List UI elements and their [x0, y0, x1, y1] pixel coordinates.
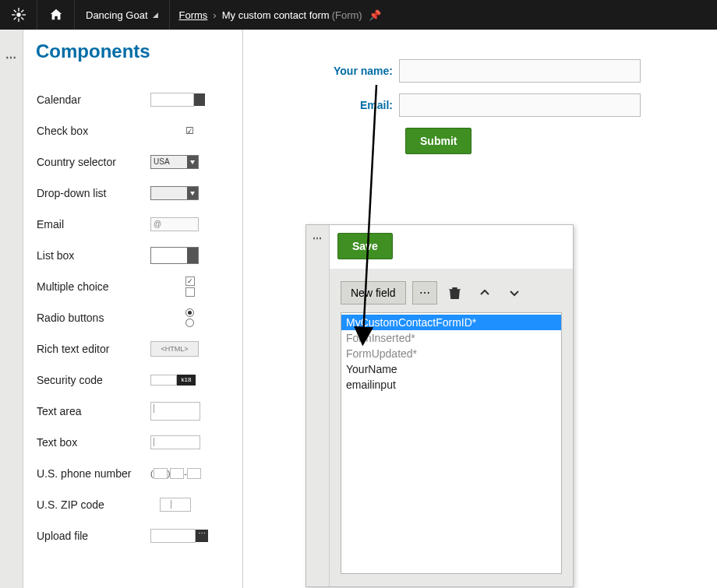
- field-list[interactable]: MyCustomContactFormID* FormInserted* For…: [341, 312, 562, 574]
- save-button[interactable]: Save: [337, 233, 393, 259]
- breadcrumb-separator: ›: [213, 9, 216, 21]
- component-textarea[interactable]: Text area: [36, 396, 230, 427]
- submit-button[interactable]: Submit: [405, 128, 472, 154]
- left-collapse-gutter: ⋯: [0, 30, 23, 588]
- delete-icon[interactable]: [443, 281, 467, 305]
- component-preview: <HTML>: [150, 340, 229, 358]
- home-icon[interactable]: [37, 0, 75, 30]
- collapse-handle-icon[interactable]: ⋯: [0, 30, 23, 64]
- component-email[interactable]: Email @: [36, 209, 230, 240]
- component-preview: [150, 184, 229, 202]
- svg-rect-9: [452, 291, 453, 297]
- spinner-arrows-icon: [187, 248, 198, 263]
- component-preview: [150, 402, 229, 421]
- component-label: Radio buttons: [37, 312, 150, 324]
- move-up-icon[interactable]: [473, 281, 496, 305]
- main-canvas: Your name: Email: Submit ⋯ Save New fiel…: [243, 30, 717, 588]
- app-topbar: Dancing Goat ◢ Forms › My custom contact…: [0, 0, 717, 30]
- component-us-phone[interactable]: U.S. phone number ()-: [36, 458, 230, 489]
- svg-line-6: [21, 17, 23, 19]
- pin-icon[interactable]: 📌: [369, 9, 381, 21]
- calendar-icon: [194, 93, 205, 106]
- checkmark-icon: ☑: [185, 125, 194, 136]
- component-preview: [150, 90, 229, 109]
- editor-collapse-gutter[interactable]: ⋯: [306, 225, 330, 586]
- browse-icon: [196, 530, 208, 542]
- component-label: Country selector: [37, 156, 150, 168]
- component-radio[interactable]: Radio buttons: [36, 302, 230, 333]
- breadcrumb-current: My custom contact form: [222, 9, 330, 21]
- component-label: Upload file: [37, 530, 150, 542]
- breadcrumb-type: (Form): [332, 9, 362, 21]
- component-label: U.S. ZIP code: [37, 498, 150, 511]
- component-preview: ☑: [150, 121, 229, 140]
- sidebar-title: Components: [36, 40, 230, 62]
- field-item[interactable]: FormInserted*: [341, 330, 561, 346]
- component-label: Calendar: [37, 93, 150, 106]
- svg-line-5: [13, 10, 16, 12]
- component-calendar[interactable]: Calendar: [36, 84, 230, 115]
- caret-down-icon: ◢: [153, 11, 158, 19]
- component-multiple-choice[interactable]: Multiple choice ✓: [36, 271, 230, 302]
- field-item[interactable]: YourName: [341, 361, 561, 377]
- field-item[interactable]: emailinput: [341, 377, 561, 393]
- fields-toolbar: New field ⋯: [341, 281, 562, 305]
- component-preview: [150, 433, 229, 452]
- component-preview: [150, 526, 229, 545]
- breadcrumb-root[interactable]: Forms: [179, 9, 208, 21]
- move-down-icon[interactable]: [503, 281, 526, 305]
- new-field-button[interactable]: New field: [341, 281, 406, 305]
- email-label: Email:: [306, 99, 399, 111]
- svg-rect-11: [457, 291, 457, 297]
- app-logo-icon[interactable]: [0, 0, 37, 30]
- form-row-name: Your name:: [306, 59, 641, 83]
- component-security-code[interactable]: Security code k18: [36, 364, 230, 396]
- component-label: U.S. phone number: [37, 467, 150, 480]
- name-label: Your name:: [306, 65, 399, 77]
- component-preview: k18: [150, 371, 229, 389]
- svg-point-0: [16, 12, 20, 16]
- component-textbox[interactable]: Text box: [36, 427, 230, 458]
- component-preview: @: [150, 215, 229, 234]
- component-label: Multiple choice: [37, 280, 150, 293]
- breadcrumb: Forms › My custom contact form (Form) 📌: [170, 9, 381, 21]
- more-actions-button[interactable]: ⋯: [412, 281, 437, 305]
- component-label: Drop-down list: [37, 187, 150, 199]
- site-selector[interactable]: Dancing Goat ◢: [75, 0, 170, 30]
- name-input[interactable]: [399, 59, 641, 83]
- form-preview: Your name: Email: Submit: [306, 59, 641, 154]
- component-label: Security code: [37, 374, 150, 386]
- svg-line-8: [21, 10, 23, 12]
- component-country-selector[interactable]: Country selector USA: [36, 146, 230, 178]
- component-preview: ()-: [150, 464, 229, 483]
- components-sidebar: Components Calendar Check box ☑ Country …: [23, 30, 243, 588]
- component-us-zip[interactable]: U.S. ZIP code: [36, 489, 230, 520]
- component-preview: [150, 308, 229, 327]
- component-label: Text area: [37, 405, 150, 417]
- component-label: Email: [37, 218, 150, 231]
- component-label: Text box: [37, 436, 150, 449]
- form-row-submit: Submit: [405, 128, 641, 154]
- component-upload[interactable]: Upload file: [36, 520, 230, 551]
- component-listbox[interactable]: List box: [36, 240, 230, 271]
- component-preview: ✓: [150, 277, 229, 296]
- component-preview: USA: [150, 153, 229, 171]
- component-dropdown[interactable]: Drop-down list: [36, 178, 230, 209]
- svg-rect-10: [454, 291, 455, 297]
- field-item[interactable]: MyCustomContactFormID*: [341, 315, 561, 330]
- site-name: Dancing Goat: [86, 9, 148, 21]
- component-preview: [150, 495, 229, 514]
- field-item[interactable]: FormUpdated*: [341, 346, 561, 361]
- field-editor-panel: ⋯ Save New field ⋯: [306, 224, 574, 587]
- editor-toolbar: Save: [330, 225, 573, 269]
- component-label: Rich text editor: [37, 343, 150, 355]
- component-checkbox[interactable]: Check box ☑: [36, 115, 230, 146]
- form-row-email: Email:: [306, 93, 641, 117]
- component-label: List box: [37, 249, 150, 262]
- svg-line-7: [13, 17, 16, 19]
- email-input[interactable]: [399, 93, 641, 117]
- component-label: Check box: [37, 125, 150, 137]
- component-preview: [150, 246, 229, 265]
- component-richtext[interactable]: Rich text editor <HTML>: [36, 333, 230, 364]
